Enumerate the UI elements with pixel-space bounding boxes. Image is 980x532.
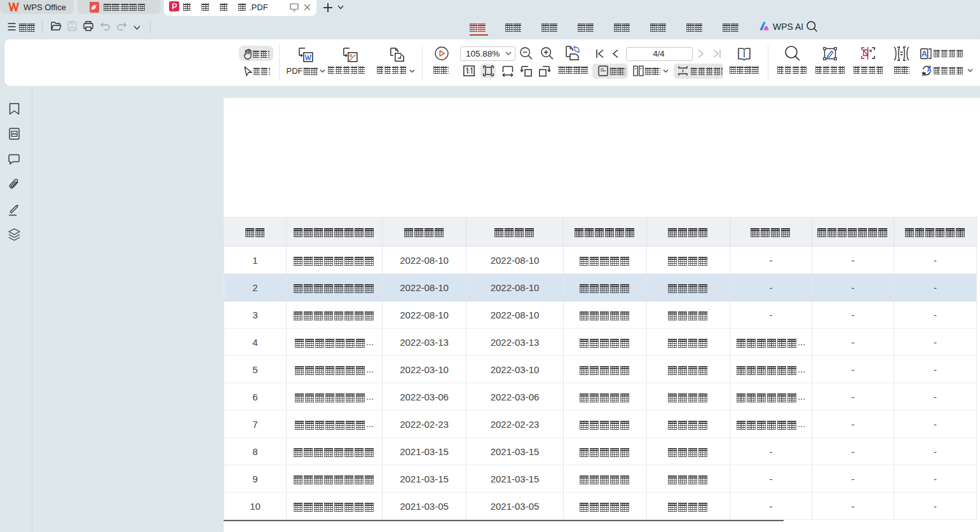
svg-text:A: A: [927, 66, 931, 73]
svg-text:A: A: [922, 50, 927, 58]
